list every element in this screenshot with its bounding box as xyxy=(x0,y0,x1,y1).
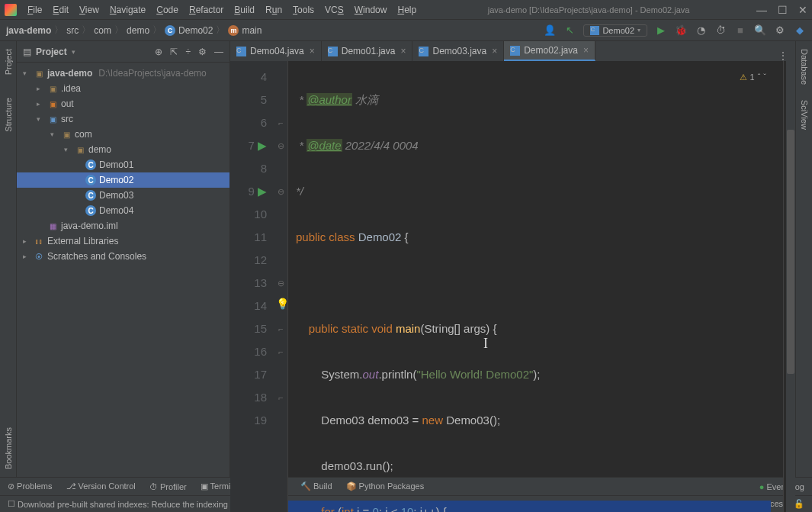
inspection-indicator[interactable]: ⚠1 ˆ ˇ xyxy=(740,66,766,89)
fold-end-icon[interactable]: ⌐ xyxy=(274,111,287,134)
crumb-class[interactable]: Demo02 xyxy=(178,25,213,36)
sidebar-project[interactable]: Project xyxy=(4,49,13,75)
tree-external[interactable]: ▸⫾⫾External Libraries xyxy=(17,233,229,249)
fold-end-icon[interactable]: ⌐ xyxy=(274,317,287,340)
chevron-up-icon[interactable]: ˆ xyxy=(758,66,761,89)
close-tab-icon[interactable]: × xyxy=(400,46,406,56)
status-tips-icon[interactable]: ☐ xyxy=(8,499,15,509)
class-icon: C xyxy=(419,47,428,56)
profile-icon[interactable]: ⏱ xyxy=(714,24,727,37)
tree-idea[interactable]: ▸▣.idea xyxy=(17,81,229,96)
sidebar-bookmarks[interactable]: Bookmarks xyxy=(4,427,13,469)
close-tab-icon[interactable]: × xyxy=(310,46,315,56)
tab-overflow-icon[interactable]: ⋮ xyxy=(771,50,795,61)
menu-edit[interactable]: Edit xyxy=(48,3,73,17)
menu-file[interactable]: File xyxy=(23,3,47,17)
expand-all-icon[interactable]: ⇱ xyxy=(170,47,178,57)
hammer-icon[interactable]: ↖ xyxy=(563,24,576,37)
text-cursor-icon: I xyxy=(483,332,488,355)
collapse-all-icon[interactable]: ÷ xyxy=(185,47,191,57)
tree-demo03[interactable]: CDemo03 xyxy=(17,188,229,203)
menu-help[interactable]: Help xyxy=(393,3,421,17)
sidebar-database[interactable]: Database xyxy=(800,49,809,85)
editor-area: CDemo04.java× CDemo01.java× CDemo03.java… xyxy=(230,41,795,477)
run-config-select[interactable]: C Demo02 ▾ xyxy=(583,24,647,37)
scrollbar-thumb[interactable] xyxy=(787,130,794,374)
tab-demo01[interactable]: CDemo01.java× xyxy=(322,41,413,61)
fold-open-icon[interactable]: ⊖ xyxy=(274,134,287,157)
maximize-icon[interactable]: ☐ xyxy=(778,4,788,16)
tw-version-control[interactable]: ⎇ Version Control xyxy=(66,481,136,491)
code-editor[interactable]: 4567 ▶89 ▶10111213141516171819 ⌐⊖ ⊖ ⊖ ⌐⌐… xyxy=(230,61,795,512)
menu-refactor[interactable]: Refactor xyxy=(185,3,228,17)
tab-demo03[interactable]: CDemo03.java× xyxy=(412,41,504,61)
tree-iml[interactable]: ▦java-demo.iml xyxy=(17,218,229,233)
sidebar-sciview[interactable]: SciView xyxy=(800,100,809,130)
menu-window[interactable]: Window xyxy=(350,3,392,17)
tw-profiler[interactable]: ⏱ Profiler xyxy=(149,482,187,491)
gear-icon[interactable]: ⚙ xyxy=(198,47,207,57)
tree-demo04[interactable]: CDemo04 xyxy=(17,203,229,218)
crumb-method[interactable]: main xyxy=(242,25,262,36)
search-icon[interactable]: 🔍 xyxy=(754,24,766,37)
run-gutter-icon[interactable]: ▶ xyxy=(258,139,267,152)
code-content[interactable]: * @author 水滴 * @date 2022/4/4 0004 */ pu… xyxy=(288,61,783,512)
tab-demo04[interactable]: CDemo04.java× xyxy=(230,41,322,61)
project-tree: ▾▣java-demoD:\IdeaProjects\java-demo ▸▣.… xyxy=(17,63,229,477)
error-stripe[interactable] xyxy=(783,61,795,512)
crumb-com[interactable]: com xyxy=(94,25,111,36)
tree-src[interactable]: ▾▣src xyxy=(17,111,229,127)
select-open-file-icon[interactable]: ⊕ xyxy=(155,47,162,57)
close-tab-icon[interactable]: × xyxy=(583,45,589,56)
close-tab-icon[interactable]: × xyxy=(492,46,497,56)
menu-vcs[interactable]: VCS xyxy=(320,3,348,17)
tree-out[interactable]: ▸▣out xyxy=(17,96,229,111)
settings-icon[interactable]: ⚙ xyxy=(774,24,786,37)
scrollbar-vertical[interactable] xyxy=(786,61,795,512)
user-add-icon[interactable]: 👤 xyxy=(544,24,556,37)
menu-run[interactable]: Run xyxy=(261,3,287,17)
fold-end-icon[interactable]: ⌐ xyxy=(274,340,287,363)
tree-demo[interactable]: ▾▣demo xyxy=(17,142,229,157)
coverage-icon[interactable]: ◔ xyxy=(695,24,707,37)
chevron-down-icon[interactable]: ˇ xyxy=(763,66,766,89)
menu-navigate[interactable]: Navigate xyxy=(105,3,150,17)
chevron-right-icon: 〉 xyxy=(216,24,225,37)
chevron-down-icon[interactable]: ▾ xyxy=(72,48,75,56)
stop-icon[interactable]: ■ xyxy=(734,24,746,37)
tw-problems[interactable]: ⊘ Problems xyxy=(8,481,53,491)
crumb-src[interactable]: src xyxy=(66,25,79,36)
left-tool-strip: Project Structure Bookmarks xyxy=(0,41,17,477)
close-icon[interactable]: ✕ xyxy=(798,4,807,16)
tree-demo01[interactable]: CDemo01 xyxy=(17,157,229,172)
menu-code[interactable]: Code xyxy=(152,3,183,17)
minimize-icon[interactable]: — xyxy=(756,4,767,16)
fold-open-icon[interactable]: ⊖ xyxy=(274,180,287,203)
menu-build[interactable]: Build xyxy=(229,3,259,17)
fold-open-icon[interactable]: ⊖ xyxy=(274,272,287,295)
fold-end-icon[interactable]: ⌐ xyxy=(274,386,287,409)
plugin-icon[interactable]: ◆ xyxy=(794,24,806,37)
tree-demo02[interactable]: CDemo02 xyxy=(17,172,229,188)
bug-icon[interactable]: 🐞 xyxy=(675,24,687,37)
hide-icon[interactable]: — xyxy=(214,47,223,57)
project-panel: ▤ Project ▾ ⊕ ⇱ ÷ ⚙ — ▾▣java-demoD:\Idea… xyxy=(17,41,230,477)
tree-root-path: D:\IdeaProjects\java-demo xyxy=(98,68,206,79)
tree-scratches[interactable]: ▸⦿Scratches and Consoles xyxy=(17,249,229,264)
fold-gutter: ⌐⊖ ⊖ ⊖ ⌐⌐ ⌐ xyxy=(274,61,288,512)
menu-view[interactable]: View xyxy=(75,3,104,17)
crumb-demo[interactable]: demo xyxy=(127,25,149,36)
tree-com[interactable]: ▾▣com xyxy=(17,127,229,142)
method-icon: m xyxy=(228,25,239,36)
run-config-label: Demo02 xyxy=(602,26,634,35)
sidebar-structure[interactable]: Structure xyxy=(4,98,13,132)
status-readonly-icon[interactable]: 🔓 xyxy=(794,499,804,509)
run-gutter-icon[interactable]: ▶ xyxy=(258,185,267,198)
tree-root[interactable]: ▾▣java-demoD:\IdeaProjects\java-demo xyxy=(17,66,229,81)
play-icon[interactable]: ▶ xyxy=(655,24,667,37)
crumb-project[interactable]: java-demo xyxy=(6,25,51,36)
tab-demo02[interactable]: CDemo02.java× xyxy=(504,41,595,61)
menu-tools[interactable]: Tools xyxy=(288,3,319,17)
intention-bulb-icon[interactable]: 💡 xyxy=(276,298,289,310)
chevron-right-icon: 〉 xyxy=(114,24,124,37)
